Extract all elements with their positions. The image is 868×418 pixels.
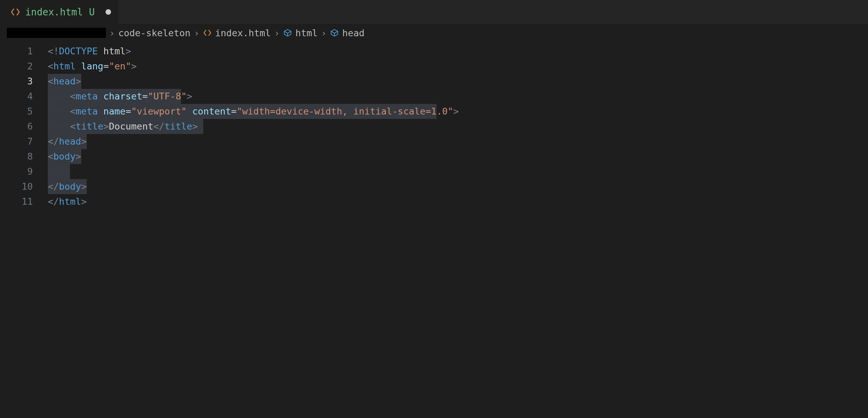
code-line[interactable]: <html lang="en">	[48, 59, 137, 74]
code-token: >	[81, 181, 87, 192]
code-token: body	[53, 151, 75, 162]
editor-tab[interactable]: index.html U	[0, 0, 119, 24]
code-line[interactable]: ····<title>Document</title>	[48, 119, 198, 134]
chevron-right-icon: ›	[321, 28, 327, 38]
code-line[interactable]: <head>	[48, 74, 81, 89]
code-line[interactable]: <!DOCTYPE html>	[48, 44, 131, 59]
code-line[interactable]: ····<meta charset="UTF-8">	[48, 89, 192, 104]
line-number: 4	[0, 89, 33, 104]
code-line[interactable]: </head>	[48, 134, 87, 149]
tab-git-status: U	[89, 6, 95, 18]
code-token: =	[126, 106, 131, 117]
code-token: >	[75, 76, 81, 86]
code-line[interactable]: ····	[48, 164, 70, 179]
line-number: 6	[0, 119, 33, 134]
code-token: meta	[75, 106, 98, 117]
breadcrumb-file[interactable]: index.html	[203, 28, 271, 38]
breadcrumb-label: html	[295, 28, 318, 38]
code-content[interactable]: <!DOCTYPE html><html lang="en"><head>···…	[48, 44, 868, 223]
chevron-right-icon: ›	[274, 28, 279, 38]
code-token: >	[75, 151, 81, 162]
tab-bar: index.html U	[0, 0, 868, 24]
tab-filename: index.html	[25, 6, 83, 18]
breadcrumb-label: index.html	[215, 28, 271, 38]
code-token: <!	[48, 46, 59, 56]
breadcrumb-folder[interactable]: code-skeleton	[118, 28, 190, 38]
code-token: name	[104, 106, 126, 117]
cube-icon	[283, 28, 292, 37]
code-line[interactable]: </body>	[48, 179, 87, 194]
code-token: head	[53, 76, 75, 86]
line-number: 2	[0, 59, 33, 74]
code-token: html	[59, 196, 81, 207]
code-token: ····	[48, 106, 70, 117]
breadcrumb-label: code-skeleton	[118, 28, 190, 38]
code-token: <	[48, 61, 53, 71]
code-token: <	[70, 106, 75, 117]
code-token: >	[81, 196, 87, 207]
code-token: ····	[48, 91, 70, 102]
breadcrumb-symbol[interactable]: head	[330, 28, 364, 38]
code-token	[98, 106, 103, 117]
code-token: meta	[75, 91, 98, 102]
code-token: "UTF-8"	[148, 91, 187, 102]
code-token	[98, 46, 103, 56]
code-token: <	[48, 151, 53, 162]
html-file-icon	[10, 7, 20, 17]
code-token: head	[59, 136, 81, 147]
code-token: DOCTYPE	[59, 46, 98, 56]
code-token: content	[192, 106, 231, 117]
line-number: 5	[0, 104, 33, 119]
chevron-right-icon: ›	[109, 28, 115, 38]
line-number: 9	[0, 164, 33, 179]
code-token	[75, 61, 81, 71]
unsaved-dot-icon[interactable]	[106, 9, 111, 15]
code-line[interactable]: </html>	[48, 194, 87, 209]
code-token: >	[81, 136, 87, 147]
code-token: lang	[81, 61, 104, 71]
code-token: title	[164, 121, 192, 132]
code-token: </	[48, 196, 59, 207]
breadcrumb-label: head	[342, 28, 364, 38]
code-token: =	[104, 61, 109, 71]
code-token: >	[187, 91, 192, 102]
code-token: >	[126, 46, 131, 56]
line-number: 1	[0, 44, 33, 59]
code-token: "en"	[109, 61, 131, 71]
code-token: >	[104, 121, 109, 132]
code-token: >	[453, 106, 459, 117]
code-token: </	[48, 181, 59, 192]
code-token: charset	[104, 91, 142, 102]
line-number: 11	[0, 194, 33, 209]
code-token: <	[70, 121, 75, 132]
line-number: 3	[0, 74, 33, 89]
code-token	[187, 106, 192, 117]
code-token: Document	[109, 121, 153, 132]
html-file-icon	[203, 28, 212, 37]
line-number-gutter: 1234567891011	[0, 44, 48, 223]
code-token: <	[70, 91, 75, 102]
breadcrumb-symbol[interactable]: html	[283, 28, 318, 38]
chevron-right-icon: ›	[194, 28, 199, 38]
code-token: "width=device-width, initial-scale=1.0"	[237, 106, 453, 117]
code-token: </	[48, 136, 59, 147]
code-token: <	[48, 76, 53, 86]
cube-icon	[330, 28, 339, 37]
code-token: =	[231, 106, 237, 117]
code-token	[98, 91, 103, 102]
code-token: ····	[48, 121, 70, 132]
breadcrumb: › code-skeleton › index.html › html › he…	[0, 24, 868, 42]
code-line[interactable]: ····<meta name="viewport" content="width…	[48, 104, 459, 119]
code-token: title	[75, 121, 103, 132]
code-line[interactable]: <body>	[48, 149, 81, 164]
code-token: >	[131, 61, 137, 71]
code-editor[interactable]: 1234567891011 <!DOCTYPE html><html lang=…	[0, 42, 868, 223]
line-number: 7	[0, 134, 33, 149]
code-token: html	[104, 46, 126, 56]
line-number: 8	[0, 149, 33, 164]
code-token: >	[192, 121, 198, 132]
line-number: 10	[0, 179, 33, 194]
code-token: ····	[48, 166, 70, 177]
breadcrumb-redacted	[7, 28, 106, 38]
code-token: =	[142, 91, 148, 102]
